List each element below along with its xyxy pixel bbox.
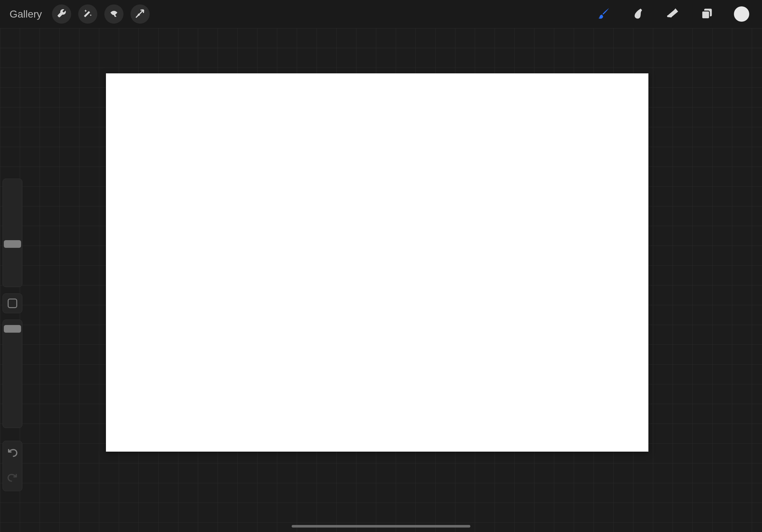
home-indicator[interactable]: [292, 525, 470, 528]
wrench-icon: [56, 8, 67, 20]
opacity-slider-thumb[interactable]: [4, 325, 21, 333]
smudge-tool-button[interactable]: [631, 6, 646, 22]
square-icon: [8, 299, 17, 308]
paintbrush-icon: [597, 6, 611, 22]
eraser-tool-button[interactable]: [665, 6, 680, 22]
adjustments-button[interactable]: [78, 4, 97, 24]
redo-icon: [7, 472, 18, 485]
brush-size-slider[interactable]: [3, 179, 22, 287]
transform-button[interactable]: [130, 4, 150, 24]
selection-button[interactable]: [104, 4, 123, 24]
layers-button[interactable]: [700, 6, 715, 22]
eraser-icon: [666, 6, 680, 22]
modify-button[interactable]: [3, 294, 22, 313]
top-toolbar: Gallery: [0, 0, 762, 28]
actions-button[interactable]: [52, 4, 71, 24]
magic-wand-icon: [83, 8, 93, 20]
opacity-slider[interactable]: [3, 320, 22, 428]
undo-icon: [7, 447, 18, 460]
toolbar-right-group: [596, 6, 756, 22]
selection-icon: [109, 8, 119, 20]
cursor-arrow-icon: [135, 8, 145, 20]
svg-rect-2: [702, 11, 710, 19]
drawing-canvas[interactable]: [106, 73, 648, 452]
brush-size-slider-thumb[interactable]: [4, 240, 21, 248]
smudge-icon: [631, 6, 645, 22]
left-sidebar: [0, 179, 25, 491]
undo-button[interactable]: [3, 441, 22, 466]
redo-button[interactable]: [3, 466, 22, 491]
color-picker-button[interactable]: [734, 6, 749, 22]
undo-redo-group: [3, 441, 22, 491]
brush-tool-button[interactable]: [596, 6, 611, 22]
gallery-button[interactable]: Gallery: [6, 8, 45, 20]
layers-icon: [700, 6, 714, 22]
toolbar-left-group: Gallery: [6, 4, 150, 24]
